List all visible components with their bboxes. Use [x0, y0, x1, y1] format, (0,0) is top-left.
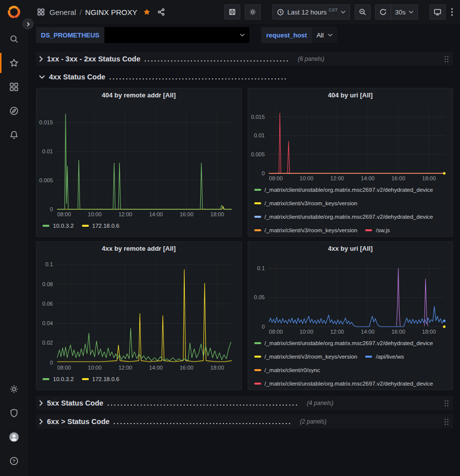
svg-text:14:00: 14:00 — [361, 175, 375, 181]
timeseries-chart[interactable]: 08:0010:0012:0014:0016:0018:0000.0050.01… — [248, 101, 453, 182]
server-admin-shield-icon[interactable] — [0, 403, 28, 423]
legend-swatch — [82, 378, 89, 380]
datasource-variable-label: DS_PROMETHEUS — [36, 27, 104, 43]
legend-item[interactable]: 172.18.0.6 — [82, 219, 119, 233]
share-icon[interactable] — [156, 7, 166, 17]
datasource-select[interactable] — [104, 27, 249, 43]
svg-text:12:00: 12:00 — [118, 211, 132, 217]
legend-item[interactable]: /_matrix/client/r0/sync — [254, 364, 320, 377]
timeseries-plot[interactable]: 08:0010:0012:0014:0016:0018:0000.050.1 — [248, 255, 453, 336]
panel-404-by-remote-addr: 404 by remote addr [All] 08:0010:0012:00… — [36, 88, 242, 237]
row-status-1xx-3xx-2xx[interactable]: 1xx - 3xx - 2xx Status Code ............… — [36, 52, 453, 66]
configuration-gear-icon[interactable] — [0, 379, 28, 399]
svg-text:0.01: 0.01 — [254, 132, 264, 138]
legend-swatch — [42, 378, 49, 380]
legend-item[interactable]: /_matrix/client/unstable/org.matrix.msc2… — [254, 210, 434, 224]
svg-text:08:00: 08:00 — [57, 365, 71, 371]
svg-text:14:00: 14:00 — [149, 365, 163, 371]
chevron-down-icon — [409, 10, 414, 13]
svg-text:18:00: 18:00 — [422, 175, 436, 181]
legend-swatch — [254, 216, 261, 218]
row-drag-handle[interactable] — [444, 55, 449, 63]
tv-view-button[interactable] — [430, 4, 446, 19]
svg-text:10:00: 10:00 — [299, 329, 313, 335]
time-range-label: Last 12 hours — [287, 8, 327, 16]
panel-title[interactable]: 404 by uri [All] — [248, 88, 453, 101]
svg-text:0.1: 0.1 — [45, 261, 53, 267]
timeseries-plot[interactable]: 08:0010:0012:0014:0016:0018:0000.020.040… — [36, 255, 241, 372]
user-avatar[interactable] — [0, 427, 28, 447]
row-drag-handle[interactable] — [444, 400, 449, 407]
legend-item[interactable]: /_matrix/client/v3/room_keys/version — [254, 197, 358, 210]
timeseries-chart[interactable]: 08:0010:0012:0014:0016:0018:0000.0050.01… — [36, 101, 241, 218]
panel-title[interactable]: 4xx by uri [All] — [248, 242, 453, 255]
chevron-down-icon — [328, 33, 333, 36]
refresh-interval-picker[interactable]: 30s — [391, 4, 418, 19]
legend-item[interactable]: /sw.js — [365, 224, 390, 236]
legend-item[interactable]: /api/live/ws — [365, 350, 404, 364]
favorites-icon[interactable] — [0, 53, 28, 73]
chevron-down-icon — [341, 10, 346, 13]
svg-text:18:00: 18:00 — [210, 365, 224, 371]
timeseries-chart[interactable]: 08:0010:0012:0014:0016:0018:0000.050.1 — [248, 255, 453, 336]
dashboards-icon[interactable] — [0, 77, 28, 97]
svg-text:18:00: 18:00 — [422, 329, 436, 335]
legend-item[interactable]: /_matrix/client/unstable/org.matrix.msc2… — [254, 377, 434, 390]
svg-text:14:00: 14:00 — [149, 211, 163, 217]
request-host-variable-label: request_host — [261, 27, 312, 43]
panel-title[interactable]: 4xx by remote addr [All] — [36, 242, 241, 255]
request-host-select[interactable]: All — [312, 27, 337, 43]
kebab-menu-icon[interactable] — [450, 7, 454, 17]
svg-text:12:00: 12:00 — [330, 175, 344, 181]
row-drag-handle[interactable] — [444, 418, 449, 426]
legend-item[interactable]: 10.0.3.2 — [42, 373, 74, 386]
chevron-right-icon — [39, 419, 43, 425]
svg-text:12:00: 12:00 — [330, 329, 344, 335]
row-status-6xx[interactable]: 6xx > Status Code ......................… — [36, 415, 453, 429]
row-panel-count: (6 panels) — [298, 55, 324, 62]
time-range-picker[interactable]: Last 12 hours CST — [272, 4, 350, 19]
favorite-star-icon[interactable] — [142, 7, 152, 17]
row-status-5xx[interactable]: 5xx Status Code ........................… — [36, 396, 453, 410]
svg-text:08:00: 08:00 — [269, 329, 283, 335]
panel-4xx-by-remote-addr: 4xx by remote addr [All] 08:0010:0012:00… — [36, 241, 242, 390]
help-icon[interactable]: ? — [0, 451, 28, 471]
alerting-bell-icon[interactable] — [0, 125, 28, 145]
search-icon[interactable] — [0, 29, 28, 49]
svg-text:0.05: 0.05 — [254, 294, 264, 300]
sidebar-expand-button[interactable] — [22, 18, 33, 29]
breadcrumb-section[interactable]: General — [49, 8, 76, 16]
zoom-out-button[interactable] — [355, 4, 371, 19]
row-title: 4xx Status Code — [49, 73, 105, 81]
legend-item[interactable]: /_matrix/client/unstable/org.matrix.msc2… — [254, 337, 434, 350]
chevron-right-icon — [39, 56, 43, 62]
panel-title[interactable]: 404 by remote addr [All] — [36, 88, 241, 101]
legend-swatch — [254, 356, 261, 358]
svg-text:0.04: 0.04 — [42, 320, 53, 326]
svg-text:16:00: 16:00 — [180, 211, 194, 217]
panel-4xx-by-uri: 4xx by uri [All] 08:0010:0012:0014:0016:… — [248, 241, 454, 390]
legend-item[interactable]: 10.0.3.2 — [42, 219, 74, 233]
dashboard-settings-button[interactable] — [245, 4, 261, 19]
legend-item[interactable]: 172.18.0.6 — [82, 373, 119, 386]
row-status-4xx[interactable]: 4xx Status Code ........................… — [36, 70, 453, 84]
legend-item[interactable]: /_matrix/client/v3/room_keys/version — [254, 350, 358, 364]
panel-legend: 10.0.3.2172.18.0.6 — [36, 372, 241, 390]
svg-text:16:00: 16:00 — [391, 329, 405, 335]
svg-text:16:00: 16:00 — [180, 365, 194, 371]
timeseries-plot[interactable]: 08:0010:0012:0014:0016:0018:0000.0050.01… — [248, 101, 453, 182]
timeseries-chart[interactable]: 08:0010:0012:0014:0016:0018:0000.020.040… — [36, 255, 241, 372]
svg-text:12:00: 12:00 — [118, 365, 132, 371]
legend-item[interactable]: /_matrix/client/v3/room_keys/version — [254, 224, 358, 236]
row-panel-count: (4 panels) — [307, 400, 333, 407]
legend-item[interactable]: /_matrix/client/unstable/org.matrix.msc2… — [254, 183, 434, 197]
legend-swatch — [254, 189, 261, 191]
refresh-interval-label: 30s — [395, 8, 406, 16]
chevron-right-icon — [39, 400, 43, 406]
explore-compass-icon[interactable] — [0, 101, 28, 121]
save-dashboard-button[interactable] — [224, 4, 240, 19]
row-title: 5xx Status Code — [47, 399, 103, 407]
timeseries-plot[interactable]: 08:0010:0012:0014:0016:0018:0000.0050.01… — [36, 101, 241, 218]
svg-text:?: ? — [12, 458, 15, 464]
refresh-button[interactable] — [375, 4, 391, 19]
